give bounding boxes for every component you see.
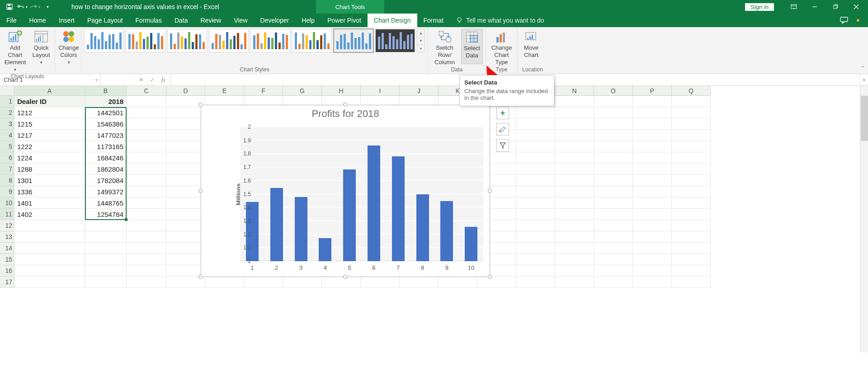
chart-resize-handle[interactable] (198, 103, 203, 107)
cell-M15[interactable] (516, 254, 555, 265)
cell-Q4[interactable] (672, 130, 711, 141)
cell-O7[interactable] (594, 164, 633, 175)
cell-B7[interactable]: 1862804 (85, 164, 127, 175)
cell-C17[interactable] (127, 277, 166, 288)
cell-D10[interactable] (166, 197, 205, 209)
cell-H17[interactable] (322, 277, 361, 288)
cell-P16[interactable] (633, 265, 672, 277)
bar-8[interactable] (416, 194, 429, 261)
cell-O2[interactable] (594, 107, 633, 118)
tab-review[interactable]: Review (194, 14, 228, 27)
column-header-E[interactable]: E (205, 86, 244, 96)
cell-B12[interactable] (85, 220, 127, 231)
cell-M2[interactable] (516, 107, 555, 118)
cell-C11[interactable] (127, 209, 166, 220)
cell-O3[interactable] (594, 118, 633, 130)
cell-D4[interactable] (166, 130, 205, 141)
cancel-formula-button[interactable]: ✕ (139, 76, 144, 83)
cell-D12[interactable] (166, 220, 205, 231)
row-header-5[interactable]: 5 (0, 141, 14, 152)
cell-N14[interactable] (555, 243, 594, 254)
cell-P8[interactable] (633, 175, 672, 186)
cell-A11[interactable]: 1402 (14, 209, 85, 220)
cell-N11[interactable] (555, 209, 594, 220)
cell-O6[interactable] (594, 152, 633, 164)
cell-D3[interactable] (166, 118, 205, 130)
enter-formula-button[interactable]: ✓ (150, 76, 155, 83)
change-chart-type-button[interactable]: Change Chart Type (489, 29, 514, 66)
expand-formula-bar[interactable]: ▾ (860, 74, 868, 85)
column-header-O[interactable]: O (594, 86, 633, 96)
cell-C13[interactable] (127, 231, 166, 243)
cell-Q7[interactable] (672, 164, 711, 175)
chart-elements-button[interactable]: + (496, 107, 509, 119)
cell-Q12[interactable] (672, 220, 711, 231)
row-header-6[interactable]: 6 (0, 152, 14, 164)
cell-Q9[interactable] (672, 186, 711, 197)
bar-3[interactable] (295, 197, 307, 261)
row-header-4[interactable]: 4 (0, 130, 14, 141)
cell-P12[interactable] (633, 220, 672, 231)
cell-O17[interactable] (594, 277, 633, 288)
cell-P5[interactable] (633, 141, 672, 152)
style-gallery-more[interactable]: ▾ (417, 45, 425, 52)
tab-page-layout[interactable]: Page Layout (81, 14, 129, 27)
cell-P7[interactable] (633, 164, 672, 175)
cell-O5[interactable] (594, 141, 633, 152)
cell-P14[interactable] (633, 243, 672, 254)
bar-7[interactable] (392, 156, 405, 261)
row-header-15[interactable]: 15 (0, 254, 14, 265)
column-header-H[interactable]: H (322, 86, 361, 96)
chart-resize-handle[interactable] (343, 103, 347, 107)
cell-D6[interactable] (166, 152, 205, 164)
cell-O1[interactable] (594, 96, 633, 107)
comments-icon[interactable] (840, 17, 848, 24)
cell-N5[interactable] (555, 141, 594, 152)
cell-P3[interactable] (633, 118, 672, 130)
cell-B10[interactable]: 1448765 (85, 197, 127, 209)
tab-power-pivot[interactable]: Power Pivot (321, 14, 368, 27)
cell-Q16[interactable] (672, 265, 711, 277)
add-chart-element-button[interactable]: Add Chart Element ▾ (3, 29, 28, 73)
column-header-Q[interactable]: Q (672, 86, 711, 96)
cell-A13[interactable] (14, 231, 85, 243)
column-header-P[interactable]: P (633, 86, 672, 96)
cell-B6[interactable]: 1684246 (85, 152, 127, 164)
bar-5[interactable] (343, 169, 356, 261)
cell-B9[interactable]: 1499372 (85, 186, 127, 197)
chart-style-5[interactable] (250, 29, 290, 52)
cell-M7[interactable] (516, 164, 555, 175)
cell-G17[interactable] (283, 277, 322, 288)
tab-home[interactable]: Home (23, 14, 52, 27)
quick-layout-button[interactable]: Quick Layout ▾ (30, 29, 52, 66)
sign-in-button[interactable]: Sign in (745, 3, 774, 11)
cell-N7[interactable] (555, 164, 594, 175)
tab-view[interactable]: View (227, 14, 254, 27)
cell-O10[interactable] (594, 197, 633, 209)
row-header-7[interactable]: 7 (0, 164, 14, 175)
cell-P4[interactable] (633, 130, 672, 141)
cell-C12[interactable] (127, 220, 166, 231)
cell-N15[interactable] (555, 254, 594, 265)
tab-format[interactable]: Format (417, 14, 450, 27)
cell-O4[interactable] (594, 130, 633, 141)
cell-Q13[interactable] (672, 231, 711, 243)
cell-A7[interactable]: 1288 (14, 164, 85, 175)
row-header-1[interactable]: 1 (0, 96, 14, 107)
cell-A4[interactable]: 1217 (14, 130, 85, 141)
cell-P15[interactable] (633, 254, 672, 265)
chart-title[interactable]: Profits for 2018 (201, 105, 490, 120)
chart-style-1[interactable] (84, 29, 124, 52)
column-header-B[interactable]: B (85, 86, 127, 96)
row-header-11[interactable]: 11 (0, 209, 14, 220)
insert-function-button[interactable]: fx (161, 76, 165, 84)
cell-C14[interactable] (127, 243, 166, 254)
cell-B13[interactable] (85, 231, 127, 243)
cell-D8[interactable] (166, 175, 205, 186)
cell-N16[interactable] (555, 265, 594, 277)
cell-O12[interactable] (594, 220, 633, 231)
tab-file[interactable]: File (0, 14, 23, 27)
row-header-17[interactable]: 17 (0, 277, 14, 288)
minimize-button[interactable] (805, 0, 825, 13)
tell-me-search[interactable]: Tell me what you want to do (450, 14, 544, 27)
